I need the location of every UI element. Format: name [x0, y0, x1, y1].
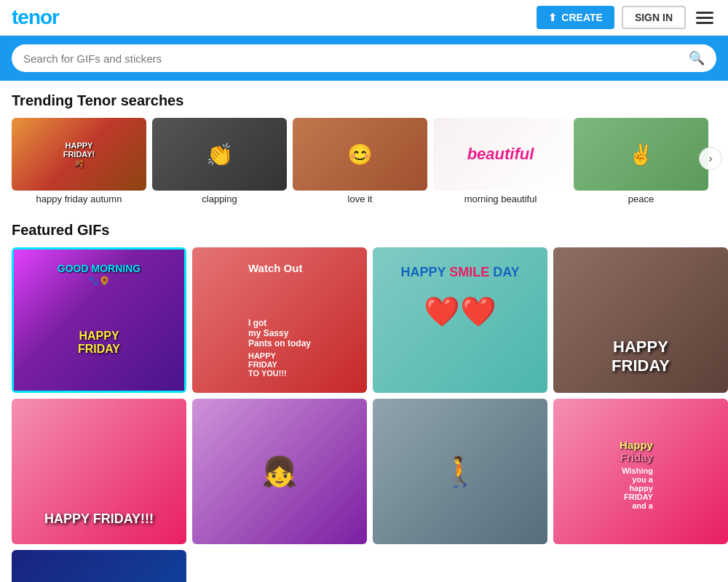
- featured-title: Featured GIFs: [12, 222, 716, 239]
- trending-row: HAPPYFRIDAY!🍂 happy friday autumn 👏 clap…: [12, 118, 716, 204]
- hamburger-icon: [696, 17, 713, 19]
- logo[interactable]: tenor: [12, 6, 59, 29]
- search-bar: 🔍: [12, 44, 716, 72]
- header-actions: ⬆ CREATE SIGN IN: [537, 6, 716, 29]
- gif-bottom-row: ✨🎄✨: [12, 550, 716, 582]
- trending-title: Trending Tenor searches: [12, 92, 716, 109]
- gif-item[interactable]: 👧: [192, 399, 367, 544]
- gif-thumb: 🚶: [373, 399, 547, 544]
- gif-item[interactable]: HAPPY FRIDAY!!!: [12, 399, 186, 544]
- trending-item[interactable]: beautiful morning beautiful: [433, 118, 568, 204]
- gif-thumb: HAPPY FRIDAY!!!: [12, 399, 186, 544]
- gif-thumb: HAPPYFRIDAY: [553, 247, 728, 393]
- trending-label: love it: [348, 194, 373, 204]
- hamburger-icon: [696, 12, 713, 14]
- trending-thumb-inner: HAPPYFRIDAY!🍂: [12, 118, 146, 191]
- trending-item[interactable]: ✌️ peace: [574, 118, 708, 204]
- trending-item[interactable]: 👏 clapping: [152, 118, 287, 204]
- trending-items: HAPPYFRIDAY!🍂 happy friday autumn 👏 clap…: [12, 118, 716, 204]
- gif-item[interactable]: 🚶: [373, 399, 547, 544]
- signin-button[interactable]: SIGN IN: [622, 6, 686, 29]
- trending-item[interactable]: HAPPYFRIDAY!🍂 happy friday autumn: [12, 118, 146, 204]
- gif-item[interactable]: Watch Out I gotmy SassyPants on today HA…: [192, 247, 367, 393]
- search-button[interactable]: 🔍: [689, 50, 705, 66]
- trending-section: Trending Tenor searches HAPPYFRIDAY!🍂 ha…: [12, 92, 716, 204]
- main-content: Trending Tenor searches HAPPYFRIDAY!🍂 ha…: [0, 81, 728, 582]
- trending-thumb-inner: 👏: [152, 118, 287, 191]
- gif-thumb: Watch Out I gotmy SassyPants on today HA…: [192, 247, 367, 393]
- gif-grid: GOOD MORNING 🐾🌻 HAPPYFRIDAY Watch Out I …: [12, 247, 716, 544]
- gif-thumb: HAPPY SMILE DAY ❤️❤️: [373, 247, 547, 393]
- create-label: CREATE: [561, 12, 603, 23]
- gif-item[interactable]: GOOD MORNING 🐾🌻 HAPPYFRIDAY: [12, 247, 186, 393]
- gif-thumb: GOOD MORNING 🐾🌻 HAPPYFRIDAY: [12, 247, 186, 393]
- search-bar-wrap: 🔍: [0, 36, 728, 81]
- gif-thumb: 👧: [192, 399, 367, 544]
- menu-button[interactable]: [693, 9, 716, 27]
- hamburger-icon: [696, 22, 713, 24]
- trending-thumb-inner: ✌️: [574, 118, 708, 191]
- trending-thumb: 😊: [293, 118, 427, 191]
- gif-thumb: ✨🎄✨: [12, 550, 186, 582]
- gif-item[interactable]: HappyFriday Wishingyou ahappyFRIDAYand a: [553, 399, 728, 544]
- header: tenor ⬆ CREATE SIGN IN: [0, 0, 728, 36]
- trending-thumb: ✌️: [574, 118, 708, 191]
- featured-section: Featured GIFs GOOD MORNING 🐾🌻 HAPPYFRIDA…: [12, 222, 716, 582]
- search-input[interactable]: [23, 52, 683, 65]
- upload-icon: ⬆: [548, 12, 557, 23]
- trending-label: morning beautiful: [464, 194, 537, 204]
- trending-item[interactable]: 😊 love it: [293, 118, 427, 204]
- trending-label: happy friday autumn: [36, 194, 122, 204]
- trending-label: clapping: [202, 194, 237, 204]
- gif-thumb: HappyFriday Wishingyou ahappyFRIDAYand a: [553, 399, 728, 544]
- trending-thumb-inner: beautiful: [433, 118, 568, 191]
- gif-item[interactable]: ✨🎄✨: [12, 550, 186, 582]
- gif-item[interactable]: HAPPYFRIDAY: [553, 247, 728, 393]
- search-icon: 🔍: [689, 51, 705, 65]
- trending-thumb: HAPPYFRIDAY!🍂: [12, 118, 146, 191]
- trending-label: peace: [628, 194, 654, 204]
- trending-next-button[interactable]: ›: [699, 147, 722, 170]
- trending-thumb: beautiful: [433, 118, 568, 191]
- trending-thumb: 👏: [152, 118, 287, 191]
- gif-item[interactable]: HAPPY SMILE DAY ❤️❤️: [373, 247, 547, 393]
- create-button[interactable]: ⬆ CREATE: [537, 6, 614, 29]
- trending-thumb-inner: 😊: [293, 118, 427, 191]
